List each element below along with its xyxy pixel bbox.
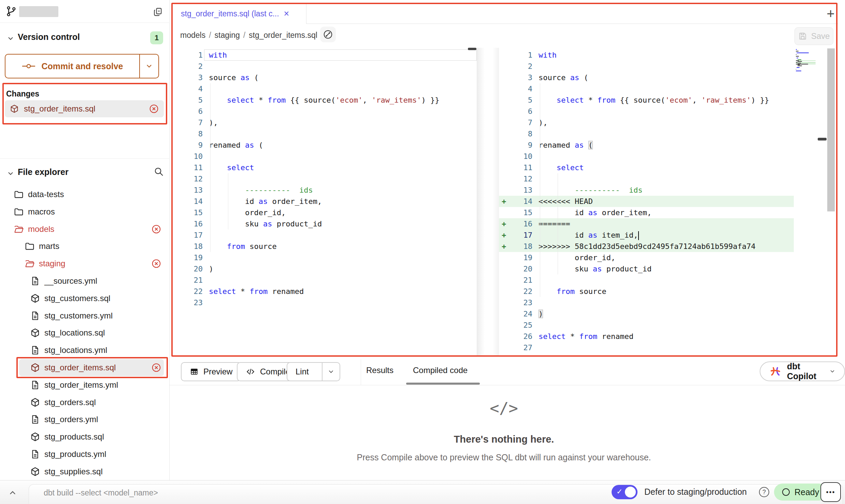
file-explorer-item-stg_orders.yml[interactable]: stg_orders.yml <box>0 411 170 428</box>
file-explorer-item-stg_customers.yml[interactable]: stg_customers.yml <box>0 307 170 324</box>
code-text: sku as product_id <box>539 263 651 275</box>
code-line-21: 21 <box>499 275 794 286</box>
copy-files-icon[interactable] <box>153 7 163 17</box>
model-icon <box>30 432 40 442</box>
tab-compiled-code[interactable]: Compiled code <box>413 366 468 375</box>
branch-name-redacted[interactable] <box>19 6 58 17</box>
file-explorer-item-stg_order_items.sql[interactable]: stg_order_items.sql <box>0 359 170 376</box>
left-pane-scrollbar[interactable] <box>468 48 476 50</box>
defer-label: Defer to staging/production <box>644 487 747 497</box>
divider <box>0 158 170 159</box>
code-line-4: 4 <box>499 83 794 94</box>
line-number: 18 <box>171 241 203 252</box>
file-explorer-item-stg_locations.yml[interactable]: stg_locations.yml <box>0 342 170 359</box>
file-explorer-item-stg_locations.sql[interactable]: stg_locations.sql <box>0 324 170 341</box>
file-explorer-item-stg_orders.sql[interactable]: stg_orders.sql <box>0 394 170 411</box>
model-cube-icon <box>10 104 19 114</box>
editor-pane-right[interactable]: 1with23source as (45 select * from {{ so… <box>499 48 794 357</box>
code-line-2: 2 <box>171 61 477 72</box>
code-line-24: 24) <box>499 308 794 320</box>
editor-pane-left[interactable]: 1with23source as (45 select * from {{ so… <box>171 48 477 357</box>
new-tab-button[interactable]: + <box>823 6 838 21</box>
code-line-11: 11 select <box>171 162 477 173</box>
line-number: 10 <box>509 151 532 162</box>
diff-added-marker: + <box>499 229 509 241</box>
code-text: ======= <box>539 218 570 229</box>
line-number: 23 <box>171 297 203 308</box>
editor-tab[interactable]: stg_order_items.sql (last c... × <box>171 3 306 24</box>
file-explorer-item-marts[interactable]: marts <box>0 238 170 255</box>
chevron-down-icon[interactable] <box>7 35 14 42</box>
line-number: 1 <box>171 49 203 61</box>
commit-and-resolve-button[interactable]: Commit and resolve <box>5 54 159 78</box>
minimap-line <box>798 65 802 66</box>
file-explorer-item-stg_order_items.yml[interactable]: stg_order_items.yml <box>0 376 170 394</box>
more-options-button[interactable]: ••• <box>820 482 841 502</box>
model-icon <box>30 397 40 407</box>
doc-icon <box>30 276 40 286</box>
lineage-icon[interactable] <box>320 27 336 42</box>
line-number: 16 <box>509 218 532 229</box>
circle-x-icon[interactable] <box>151 224 161 234</box>
file-name: stg_locations.yml <box>44 345 107 355</box>
file-explorer-item-macros[interactable]: macros <box>0 203 170 220</box>
circle-x-icon[interactable] <box>151 362 161 373</box>
code-line-23: 23 <box>499 297 794 308</box>
code-line-8: 8 <box>499 128 794 139</box>
save-button[interactable]: Save <box>794 27 833 45</box>
file-explorer-item-models[interactable]: models <box>0 221 170 238</box>
command-input[interactable]: dbt build --select <model_name> <box>44 488 158 498</box>
divider <box>0 23 170 23</box>
line-number: 27 <box>509 342 532 353</box>
search-icon[interactable] <box>154 166 164 177</box>
lint-button[interactable]: Lint <box>287 362 340 381</box>
dbt-copilot-button[interactable]: dbt Copilot <box>760 361 845 381</box>
save-button-label: Save <box>811 31 830 41</box>
empty-state-subtitle: Press Compile above to preview the SQL d… <box>170 453 838 462</box>
file-explorer-item-stg_products.sql[interactable]: stg_products.sql <box>0 428 170 445</box>
close-icon[interactable]: × <box>284 9 289 18</box>
chevron-down-icon[interactable] <box>7 170 14 177</box>
git-branch-icon[interactable] <box>5 5 17 17</box>
changes-file-row[interactable]: stg_order_items.sql <box>5 100 164 117</box>
line-number: 19 <box>171 252 203 263</box>
lint-dropdown-button[interactable] <box>322 363 340 381</box>
line-number: 15 <box>509 207 532 218</box>
line-number: 6 <box>509 106 532 117</box>
file-explorer-item-stg_products.yml[interactable]: stg_products.yml <box>0 446 170 463</box>
circle-x-icon[interactable] <box>151 258 161 269</box>
breadcrumb-item[interactable]: models <box>180 31 205 40</box>
chevron-up-icon[interactable] <box>7 487 18 499</box>
circle-x-icon[interactable] <box>149 104 159 114</box>
line-number: 5 <box>509 94 532 106</box>
toggle-knob <box>625 487 636 498</box>
preview-button[interactable]: Preview <box>181 362 241 381</box>
breadcrumb-item[interactable]: staging <box>215 31 240 40</box>
commit-dropdown-button[interactable] <box>139 55 158 78</box>
folder-open-icon <box>25 258 35 269</box>
changes-file-name: stg_order_items.sql <box>24 104 144 114</box>
line-number: 15 <box>171 207 203 218</box>
breadcrumb-item[interactable]: stg_order_items.sql <box>249 31 317 40</box>
editor-scrollbar[interactable] <box>827 48 835 211</box>
help-icon[interactable]: ? <box>759 487 769 497</box>
file-name: stg_customers.yml <box>44 311 113 321</box>
code-line-22: 22 from source <box>499 286 794 297</box>
right-pane-scrollbar[interactable] <box>818 138 827 140</box>
line-number: 1 <box>509 49 532 61</box>
file-explorer-item-staging[interactable]: staging <box>0 255 170 272</box>
file-explorer-item-stg_customers.sql[interactable]: stg_customers.sql <box>0 290 170 307</box>
code-text: source as ( <box>209 72 259 83</box>
minimap[interactable] <box>796 49 817 74</box>
tab-results[interactable]: Results <box>366 366 393 375</box>
code-line-16: 16 sku as product_id <box>171 218 477 229</box>
minimap-line <box>798 63 801 63</box>
minimap-line <box>798 59 801 60</box>
file-explorer-item-data-tests[interactable]: data-tests <box>0 186 170 203</box>
file-name: __sources.yml <box>44 276 97 286</box>
save-icon <box>798 32 807 41</box>
defer-toggle[interactable]: ✓ <box>612 485 638 499</box>
code-text: id as order_item, <box>209 196 322 207</box>
file-explorer-item-__sources.yml[interactable]: __sources.yml <box>0 272 170 290</box>
file-explorer-item-stg_supplies.sql[interactable]: stg_supplies.sql <box>0 463 170 480</box>
